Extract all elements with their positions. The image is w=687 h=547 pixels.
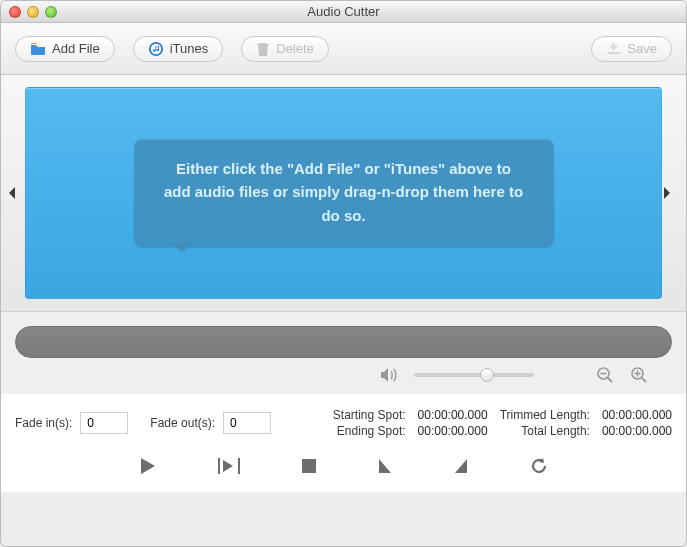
dropzone-hint: Either click the "Add File" or "iTunes" … <box>134 139 554 247</box>
dropzone[interactable]: Either click the "Add File" or "iTunes" … <box>25 87 662 299</box>
close-icon[interactable] <box>9 6 21 18</box>
prev-arrow[interactable] <box>7 185 25 201</box>
mark-in-button[interactable] <box>377 457 393 475</box>
window-title: Audio Cutter <box>1 4 686 19</box>
total-length-value: 00:00:00.000 <box>602 424 672 438</box>
content-area: Either click the "Add File" or "iTunes" … <box>1 75 686 312</box>
trimmed-length-label: Trimmed Length: <box>500 408 590 422</box>
start-spot-label: Starting Spot: <box>333 408 406 422</box>
play-button[interactable] <box>139 456 157 476</box>
itunes-label: iTunes <box>170 41 209 56</box>
window-controls <box>9 6 57 18</box>
fade-out-input[interactable] <box>223 412 271 434</box>
mark-out-button[interactable] <box>453 457 469 475</box>
zoom-out-icon[interactable] <box>596 366 614 384</box>
trimmed-length-value: 00:00:00.000 <box>602 408 672 422</box>
titlebar: Audio Cutter <box>1 1 686 23</box>
end-spot-label: Ending Spot: <box>333 424 406 438</box>
waveform-area <box>1 312 686 394</box>
info-bar: Fade in(s): Fade out(s): Starting Spot: … <box>1 394 686 446</box>
fade-out-label: Fade out(s): <box>150 416 215 430</box>
itunes-button[interactable]: iTunes <box>133 36 224 62</box>
trash-icon <box>256 41 270 56</box>
playback-bar <box>1 446 686 492</box>
total-length-label: Total Length: <box>500 424 590 438</box>
reset-button[interactable] <box>529 456 549 476</box>
save-label: Save <box>627 41 657 56</box>
waveform-track[interactable] <box>15 326 672 358</box>
folder-icon <box>30 42 46 56</box>
start-spot-value: 00:00:00.000 <box>418 408 488 422</box>
svg-line-7 <box>642 378 646 382</box>
zoom-icon[interactable] <box>45 6 57 18</box>
timing-grid: Starting Spot: 00:00:00.000 Trimmed Leng… <box>333 408 672 438</box>
delete-label: Delete <box>276 41 314 56</box>
svg-rect-12 <box>302 459 316 473</box>
volume-icon[interactable] <box>380 367 398 383</box>
minimize-icon[interactable] <box>27 6 39 18</box>
svg-rect-11 <box>238 458 240 474</box>
stop-button[interactable] <box>301 458 317 474</box>
end-spot-value: 00:00:00.000 <box>418 424 488 438</box>
zoom-in-icon[interactable] <box>630 366 648 384</box>
add-file-button[interactable]: Add File <box>15 36 115 62</box>
itunes-icon <box>148 41 164 57</box>
play-selection-button[interactable] <box>217 456 241 476</box>
toolbar: Add File iTunes Delete Save <box>1 23 686 75</box>
fade-in-input[interactable] <box>80 412 128 434</box>
save-button[interactable]: Save <box>591 36 672 62</box>
next-arrow[interactable] <box>662 185 680 201</box>
svg-rect-2 <box>607 52 620 54</box>
volume-slider[interactable] <box>414 373 534 377</box>
svg-line-4 <box>608 378 612 382</box>
svg-rect-10 <box>218 458 220 474</box>
delete-button[interactable]: Delete <box>241 36 329 62</box>
volume-zoom-row <box>15 358 672 388</box>
add-file-label: Add File <box>52 41 100 56</box>
svg-point-1 <box>151 43 161 53</box>
volume-thumb[interactable] <box>480 368 494 382</box>
save-icon <box>606 42 621 56</box>
fade-in-label: Fade in(s): <box>15 416 72 430</box>
